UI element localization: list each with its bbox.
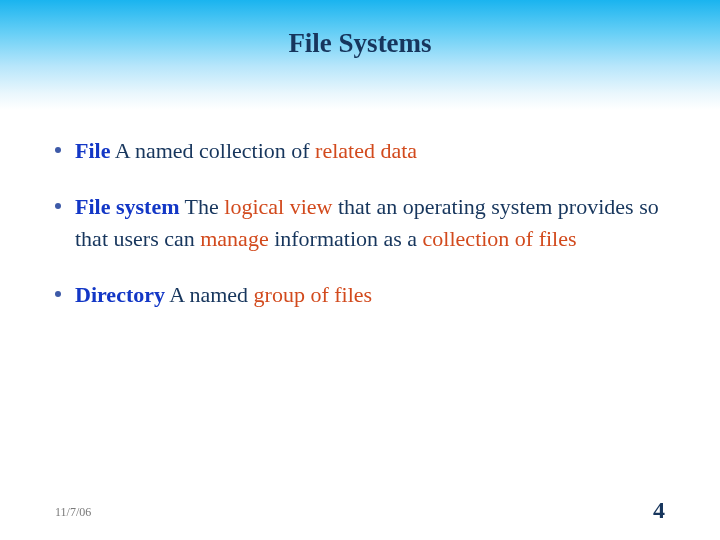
bullet-icon bbox=[55, 291, 61, 297]
term: Directory bbox=[75, 282, 165, 307]
bullet-text: Directory A named group of files bbox=[75, 279, 660, 311]
bullet-list: File A named collection of related dataF… bbox=[55, 135, 660, 335]
plain-text: The bbox=[179, 194, 224, 219]
accent-text: manage bbox=[200, 226, 268, 251]
accent-text: group of files bbox=[254, 282, 373, 307]
plain-text: information as a bbox=[269, 226, 423, 251]
bullet-text: File A named collection of related data bbox=[75, 135, 660, 167]
list-item: Directory A named group of files bbox=[55, 279, 660, 311]
accent-text: logical view bbox=[224, 194, 332, 219]
plain-text: A named bbox=[165, 282, 254, 307]
list-item: File system The logical view that an ope… bbox=[55, 191, 660, 255]
footer-date: 11/7/06 bbox=[55, 505, 91, 520]
bullet-icon bbox=[55, 147, 61, 153]
list-item: File A named collection of related data bbox=[55, 135, 660, 167]
page-number: 4 bbox=[653, 497, 665, 524]
bullet-text: File system The logical view that an ope… bbox=[75, 191, 660, 255]
accent-text: related data bbox=[315, 138, 417, 163]
term: File bbox=[75, 138, 110, 163]
plain-text: A named collection of bbox=[110, 138, 315, 163]
accent-text: collection of files bbox=[423, 226, 577, 251]
term: File system bbox=[75, 194, 179, 219]
page-title: File Systems bbox=[0, 28, 720, 59]
bullet-icon bbox=[55, 203, 61, 209]
